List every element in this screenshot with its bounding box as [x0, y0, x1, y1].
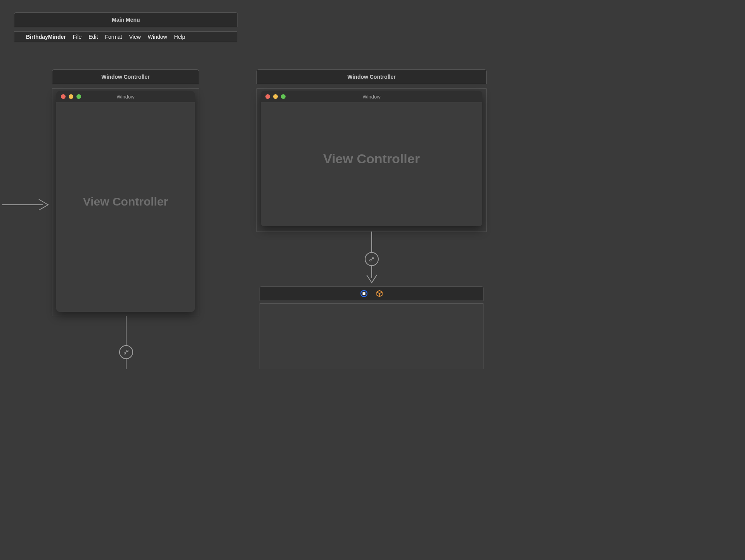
entry-point-arrow-icon	[2, 193, 52, 216]
zoom-traffic-light-icon[interactable]	[76, 94, 81, 99]
menu-item-file[interactable]: File	[73, 34, 82, 40]
window-2-titlebar[interactable]: Window	[261, 91, 482, 102]
window-controller-2-header[interactable]: Window Controller	[256, 69, 487, 84]
svg-line-12	[377, 292, 379, 294]
menu-item-view[interactable]: View	[129, 34, 141, 40]
window-controller-1-header[interactable]: Window Controller	[52, 69, 199, 84]
window-2-content-placeholder: View Controller	[261, 151, 482, 166]
app-menu-item[interactable]: BirthdayMinder	[26, 34, 66, 40]
window-1-content-placeholder: View Controller	[56, 195, 195, 208]
view-controller-object-icon[interactable]	[360, 290, 367, 297]
window-controller-2-title: Window Controller	[347, 74, 395, 80]
window-controller-1-title: Window Controller	[101, 74, 149, 80]
main-menu-scene-header[interactable]: Main Menu	[14, 12, 238, 27]
svg-line-4	[125, 351, 127, 353]
menu-item-window[interactable]: Window	[148, 34, 167, 40]
segue-icon	[369, 256, 375, 262]
main-menu-bar[interactable]: BirthdayMinder File Edit Format View Win…	[14, 31, 237, 42]
minimize-traffic-light-icon[interactable]	[273, 94, 278, 99]
close-traffic-light-icon[interactable]	[61, 94, 66, 99]
segue-icon	[123, 349, 129, 355]
first-responder-object-icon[interactable]	[376, 290, 383, 297]
segue-line-left	[120, 316, 132, 369]
window-1-titlebar[interactable]: Window	[56, 91, 195, 102]
window-controller-2-frame[interactable]: Window View Controller	[256, 88, 487, 232]
menu-item-format[interactable]: Format	[105, 34, 122, 40]
traffic-lights-2	[265, 94, 286, 99]
close-traffic-light-icon[interactable]	[265, 94, 270, 99]
main-menu-scene-title: Main Menu	[112, 17, 140, 23]
window-1[interactable]: Window View Controller	[56, 91, 195, 312]
svg-line-13	[379, 292, 382, 294]
view-controller-scene-header[interactable]	[260, 286, 483, 301]
view-controller-scene-body[interactable]	[260, 303, 483, 369]
menu-item-edit[interactable]: Edit	[88, 34, 98, 40]
minimize-traffic-light-icon[interactable]	[69, 94, 73, 99]
svg-line-8	[371, 258, 372, 260]
window-2-title: Window	[261, 94, 482, 100]
menu-item-help[interactable]: Help	[174, 34, 185, 40]
window-controller-1-frame[interactable]: Window View Controller	[52, 88, 199, 316]
segue-node-right[interactable]	[365, 252, 379, 266]
segue-node-left[interactable]	[119, 345, 133, 359]
traffic-lights	[61, 94, 81, 99]
zoom-traffic-light-icon[interactable]	[281, 94, 286, 99]
svg-rect-10	[362, 292, 365, 295]
window-2[interactable]: Window View Controller	[261, 91, 482, 226]
